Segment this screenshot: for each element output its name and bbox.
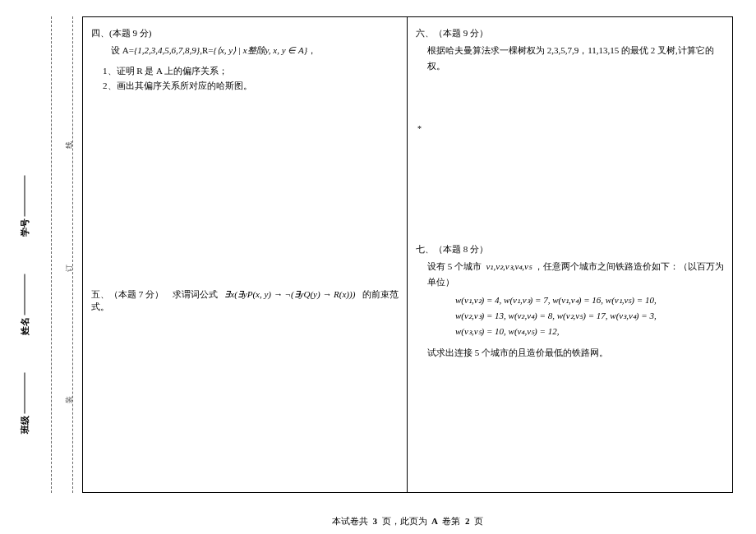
page-footer: 本试卷共 3 页，此页为 A 卷第 2 页 [82, 515, 733, 527]
fold-line-2 [51, 16, 52, 493]
right-column: 六、（本题 9 分） 根据哈夫曼算法求一棵树权为 2,3,5,7,9，11,13… [408, 17, 732, 492]
seal-mark-1: 装 [64, 396, 75, 403]
exam-page: 四、(本题 9 分) 设 A={1,2,3,4,5,6,7,8,9},R={⟨x… [82, 16, 733, 493]
q4-sub2: 2、画出其偏序关系所对应的哈斯图。 [91, 78, 399, 94]
star-mark: * [417, 124, 422, 133]
q6-header: 六、（本题 9 分） [416, 27, 724, 39]
seal-mark-2: 订 [64, 265, 75, 272]
q7-weights-3: w(v₃,v₅) = 10, w(v₄,v₅) = 12, [416, 324, 724, 339]
q7-line2: 试求出连接 5 个城市的且造价最低的铁路网。 [416, 345, 724, 361]
question-6: 六、（本题 9 分） 根据哈夫曼算法求一棵树权为 2,3,5,7,9，11,13… [416, 27, 724, 73]
q5-formula: ∃x(∃yP(x, y) → ¬(∃yQ(y) → R(x))) [224, 289, 355, 299]
q7-weights-2: w(v₂,v₃) = 13, w(v₂,v₄) = 8, w(v₂,v₅) = … [416, 308, 724, 324]
label-class: 班级 [19, 371, 31, 434]
fold-line-1 [72, 16, 73, 493]
q5-body-pre: 求谓词公式 [173, 289, 218, 299]
q4-body: 设 A={1,2,3,4,5,6,7,8,9},R={⟨x, y⟩ | x整除y… [91, 43, 399, 58]
q7-weights-1: w(v₁,v₂) = 4, w(v₁,v₃) = 7, w(v₁,v₄) = 1… [416, 292, 724, 308]
q4-sub1: 1、证明 R 是 A 上的偏序关系； [91, 63, 399, 79]
binding-margin: 班级 姓名 学号 装 订 线 [0, 16, 82, 493]
label-name: 姓名 [19, 273, 31, 335]
q7-line1: 设有 5 个城市 v₁,v₂,v₃,v₄,v₅ ，任意两个城市之间铁路造价如下：… [416, 259, 724, 289]
label-student-id: 学号 [19, 174, 31, 237]
question-5: 五、（本题 7 分） 求谓词公式 ∃x(∃yP(x, y) → ¬(∃yQ(y)… [91, 288, 399, 313]
question-4: 四、(本题 9 分) 设 A={1,2,3,4,5,6,7,8,9},R={⟨x… [91, 27, 399, 94]
q6-body: 根据哈夫曼算法求一棵树权为 2,3,5,7,9，11,13,15 的最优 2 叉… [416, 43, 724, 73]
q4-header: 四、(本题 9 分) [91, 27, 399, 39]
left-column: 四、(本题 9 分) 设 A={1,2,3,4,5,6,7,8,9},R={⟨x… [83, 17, 408, 492]
q7-header: 七、（本题 8 分） [416, 243, 724, 255]
question-7: 七、（本题 8 分） 设有 5 个城市 v₁,v₂,v₃,v₄,v₅ ，任意两个… [416, 243, 724, 361]
seal-mark-3: 线 [64, 141, 75, 149]
q5-header: 五、（本题 7 分） [91, 289, 164, 299]
